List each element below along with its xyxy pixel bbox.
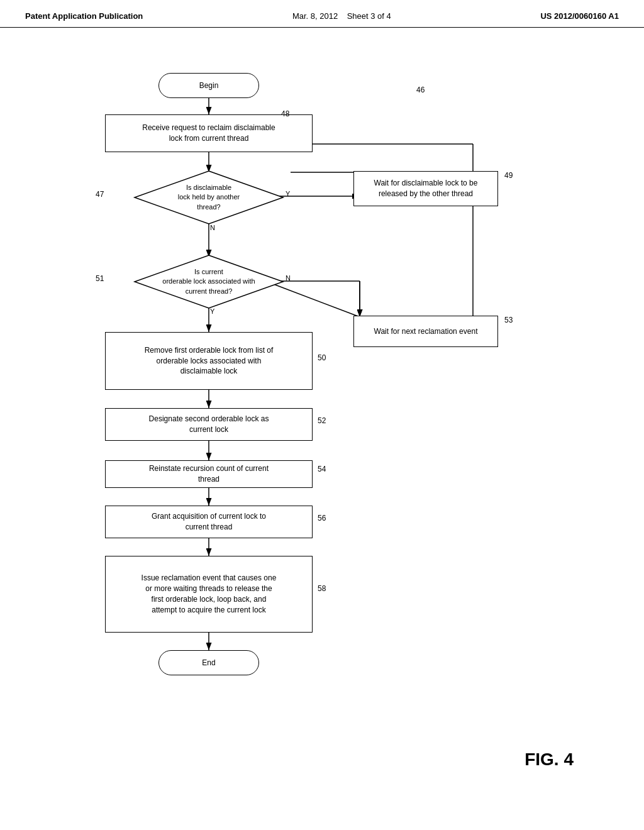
ref-48: 48 <box>281 109 289 118</box>
begin-node: Begin <box>158 73 259 98</box>
wait-disclaimable-label: Wait for disclaimable lock to be release… <box>374 178 478 199</box>
end-label: End <box>202 658 215 668</box>
header-patent-number: US 2012/0060160 A1 <box>540 11 619 21</box>
header-sheet: Sheet 3 of 4 <box>347 11 391 21</box>
ref-51: 51 <box>96 274 104 283</box>
issue-label: Issue reclamation event that causes one … <box>142 573 277 615</box>
header-publication: Patent Application Publication <box>25 11 143 21</box>
end-node: End <box>158 650 259 675</box>
diamond2-label: Is current orderable lock associated wit… <box>133 254 284 309</box>
header-date: Mar. 8, 2012 <box>292 11 338 21</box>
diamond1-wrapper: Is disclaimable lock held by another thr… <box>133 170 284 225</box>
yn-d1-y: Y <box>286 190 290 197</box>
ref-53: 53 <box>504 316 513 324</box>
ref-47: 47 <box>96 190 104 199</box>
ref-46: 46 <box>416 86 425 94</box>
diamond1-label: Is disclaimable lock held by another thr… <box>133 170 284 225</box>
header: Patent Application Publication Mar. 8, 2… <box>0 0 644 28</box>
remove-node: Remove first orderable lock from list of… <box>105 332 313 390</box>
ref-54: 54 <box>318 465 326 473</box>
issue-node: Issue reclamation event that causes one … <box>105 556 313 633</box>
yn-d2-y: Y <box>210 307 214 315</box>
ref-52: 52 <box>318 416 326 425</box>
designate-node: Designate second orderable lock as curre… <box>105 408 313 441</box>
grant-label: Grant acquisition of current lock to cur… <box>152 511 266 533</box>
flowchart: Begin Receive request to reclaim disclai… <box>33 47 611 782</box>
wait-disclaimable-node: Wait for disclaimable lock to be release… <box>353 171 498 206</box>
ref-50: 50 <box>318 353 326 362</box>
grant-node: Grant acquisition of current lock to cur… <box>105 506 313 538</box>
figure-label: FIG. 4 <box>525 750 574 770</box>
reinstate-node: Reinstate recursion count of current thr… <box>105 460 313 488</box>
yn-d2-n: N <box>286 274 291 282</box>
reinstate-label: Reinstate recursion count of current thr… <box>149 463 269 485</box>
begin-label: Begin <box>199 80 219 91</box>
receive-node: Receive request to reclaim disclaimable … <box>105 114 313 152</box>
designate-label: Designate second orderable lock as curre… <box>149 414 269 435</box>
diamond2-wrapper: Is current orderable lock associated wit… <box>133 254 284 309</box>
receive-label: Receive request to reclaim disclaimable … <box>142 123 275 144</box>
yn-d1-n: N <box>210 224 215 231</box>
remove-label: Remove first orderable lock from list of… <box>145 345 274 377</box>
ref-58: 58 <box>318 584 326 593</box>
header-date-sheet: Mar. 8, 2012 Sheet 3 of 4 <box>292 11 391 21</box>
wait-reclamation-node: Wait for next reclamation event <box>353 316 498 347</box>
page: Patent Application Publication Mar. 8, 2… <box>0 0 644 830</box>
ref-56: 56 <box>318 514 326 523</box>
wait-reclamation-label: Wait for next reclamation event <box>374 326 478 337</box>
ref-49: 49 <box>504 171 513 180</box>
